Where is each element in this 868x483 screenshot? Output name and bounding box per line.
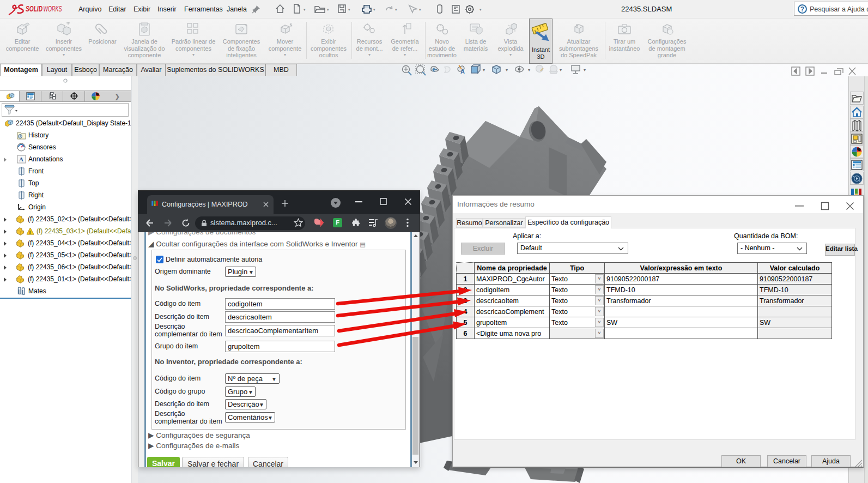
svg-text:▾: ▾ (348, 8, 350, 11)
svg-text:▾: ▾ (327, 8, 329, 11)
svg-text:WORKS: WORKS (44, 4, 62, 13)
svg-text:A: A (19, 156, 23, 162)
svg-text:▾: ▾ (304, 8, 306, 11)
svg-text:▾: ▾ (506, 68, 508, 73)
svg-text:A: A (460, 68, 465, 75)
svg-text:!: ! (29, 230, 31, 235)
svg-text:▾: ▾ (528, 68, 530, 73)
svg-text:▾: ▾ (395, 8, 397, 11)
svg-text:▾: ▾ (419, 8, 421, 11)
svg-text:SOLID: SOLID (26, 4, 43, 13)
svg-text:▾: ▾ (584, 68, 586, 73)
svg-text:▾: ▾ (479, 8, 482, 11)
svg-text:▾: ▾ (560, 68, 562, 73)
svg-text:▾: ▾ (483, 68, 485, 73)
svg-text:▾: ▾ (373, 8, 375, 11)
